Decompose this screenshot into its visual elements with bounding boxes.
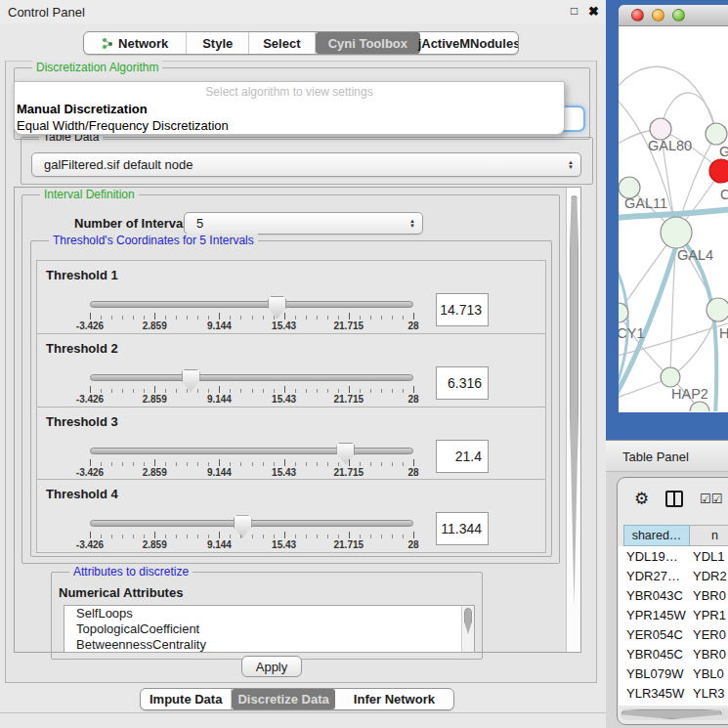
svg-text:GCY1: GCY1 (619, 325, 645, 341)
tick-mark (197, 389, 198, 393)
tick-mark (154, 313, 155, 320)
scrollbar-thumb[interactable] (621, 709, 722, 719)
tab-style[interactable]: Style (187, 32, 249, 54)
tick-mark (90, 459, 91, 466)
tab-impute-data[interactable]: Impute Data (141, 689, 232, 709)
attributes-group-title: Attributes to discretize (69, 565, 193, 578)
option-equal-width-frequency[interactable]: Equal Width/Frequency Discretization (15, 117, 564, 134)
threshold-value-field[interactable]: 14.713 (436, 293, 489, 326)
table-row[interactable]: YLR345WYLR3 (619, 683, 728, 703)
slider-track[interactable] (90, 374, 413, 381)
network-node-gal4[interactable] (661, 217, 692, 248)
threshold-slider[interactable]: -3.4262.8599.14415.4321.71528 (90, 443, 413, 480)
panel-scrollbar[interactable] (566, 188, 580, 652)
tick-mark (101, 535, 102, 538)
table-row[interactable]: YBL079WYBL0 (619, 664, 728, 683)
scrollbar-thumb[interactable] (570, 195, 578, 606)
tick-mark (413, 313, 414, 320)
tab-network[interactable]: Network (84, 32, 187, 54)
bottom-tabbar: Impute Data Discretize Data Infer Networ… (140, 688, 454, 710)
settings-scrollpane: Interval Definition Number of Intervals … (14, 187, 581, 653)
threshold-slider[interactable]: -3.4262.8599.14415.4321.71528 (90, 515, 413, 552)
table-row[interactable]: YDL19…YDL1 (619, 546, 728, 566)
tick-mark (360, 462, 361, 466)
tick-mark (360, 316, 361, 320)
close-icon[interactable]: ✖ (588, 4, 599, 19)
table-row[interactable]: YDR27…YDR2 (619, 566, 728, 585)
threshold-value-field[interactable]: 6.316 (436, 366, 489, 400)
numerical-attributes-list[interactable]: SelfLoopsTopologicalCoefficientBetweenne… (64, 605, 475, 653)
network-node[interactable] (650, 118, 671, 140)
tab-jactivemnodules[interactable]: jActiveMNodules (420, 32, 518, 54)
tick-mark (154, 459, 155, 466)
threshold-value-field[interactable]: 11.344 (436, 512, 489, 545)
threshold-slider[interactable]: -3.4262.8599.14415.4321.71528 (90, 296, 413, 333)
network-node-red[interactable] (709, 159, 728, 183)
tab-infer-network[interactable]: Infer Network (335, 689, 453, 709)
cell-name: YPR1 (689, 608, 726, 622)
tick-mark (101, 462, 102, 466)
apply-button[interactable]: Apply (241, 656, 302, 677)
slider-ticks (90, 312, 413, 321)
tick-label: 2.859 (143, 467, 167, 478)
tick-mark (327, 316, 328, 320)
list-scrollbar[interactable] (461, 606, 474, 652)
table-panel-title: Table Panel (622, 450, 689, 464)
network-node[interactable] (690, 402, 709, 411)
svg-text:GAL4: GAL4 (677, 247, 713, 263)
tick-mark (252, 316, 253, 320)
threshold-slider[interactable]: -3.4262.8599.14415.4321.71528 (90, 369, 413, 407)
tick-label: 9.144 (207, 394, 232, 405)
cell-name: YLR3 (689, 686, 725, 701)
svg-text:C: C (720, 187, 728, 202)
tick-mark (338, 389, 339, 393)
table-row[interactable]: YBR043CYBR0 (619, 585, 728, 605)
threshold-label: Threshold 3 (46, 414, 118, 429)
threshold-row: Threshold 1 -3.4262.8599.14415.4321.7152… (37, 261, 545, 334)
attribute-item[interactable]: TopologicalCoefficient (64, 621, 474, 637)
table-row[interactable]: YPR145WYPR1 (619, 605, 728, 624)
close-traffic-light[interactable] (631, 9, 644, 21)
slider-track[interactable] (90, 448, 413, 454)
network-node[interactable] (707, 298, 728, 321)
minimize-traffic-light[interactable] (652, 9, 664, 21)
tick-mark (230, 316, 231, 320)
tick-label: 21.715 (334, 394, 364, 405)
table-data-combobox[interactable]: galFiltered.sif default node ▲▼ (31, 152, 581, 177)
network-view-window: GAL80 GA GAL11 C GAL4 GCY1 H HAP2 (619, 5, 728, 412)
table-row[interactable]: YBR045CYBR0 (619, 644, 728, 664)
tick-mark (230, 462, 231, 466)
table-hscrollbar[interactable] (621, 708, 728, 720)
gear-icon[interactable]: ⚙ (634, 489, 649, 509)
tab-discretize-data[interactable]: Discretize Data (232, 689, 334, 709)
tick-mark (392, 462, 393, 466)
slider-track[interactable] (90, 301, 413, 308)
scrollbar-thumb[interactable] (464, 608, 472, 634)
threshold-value-field[interactable]: 21.4 (436, 440, 489, 473)
number-of-intervals-combobox[interactable]: 5 ▲▼ (184, 212, 423, 235)
tick-mark (197, 462, 198, 466)
tick-label: 2.859 (143, 394, 167, 405)
tab-cyni-toolbox[interactable]: Cyni Toolbox (316, 32, 420, 54)
tick-mark (165, 389, 166, 393)
table-row[interactable]: YIL053CYIL0 (619, 703, 728, 706)
tab-select[interactable]: Select (249, 32, 316, 54)
table-header-row: shared… n (618, 525, 728, 546)
zoom-traffic-light[interactable] (672, 9, 685, 21)
attribute-item[interactable]: BetweennessCentrality (64, 637, 474, 653)
cytoscape-desktop: GAL80 GA GAL11 C GAL4 GCY1 H HAP2 (606, 0, 728, 440)
table-row[interactable]: YER054CYER0 (619, 624, 728, 644)
tick-mark (133, 316, 134, 320)
select-columns-icon[interactable]: ☑☑ (700, 492, 722, 506)
column-header-shared[interactable]: shared… (623, 525, 690, 546)
float-window-icon[interactable]: □ (571, 4, 578, 18)
cell-name: YBR0 (689, 647, 726, 662)
attribute-item[interactable]: SelfLoops (64, 606, 474, 621)
network-node[interactable] (661, 367, 680, 387)
option-manual-discretization[interactable]: Manual Discretization (15, 101, 564, 117)
network-canvas[interactable]: GAL80 GA GAL11 C GAL4 GCY1 H HAP2 (619, 26, 728, 411)
cell-name: YER0 (689, 627, 726, 642)
show-columns-icon[interactable] (665, 491, 683, 507)
network-node[interactable] (706, 123, 727, 145)
column-header-name[interactable]: n (690, 525, 728, 546)
